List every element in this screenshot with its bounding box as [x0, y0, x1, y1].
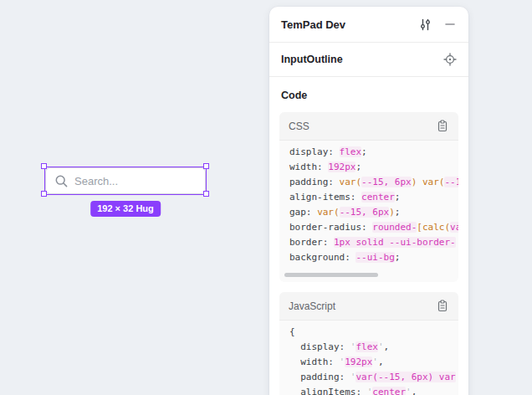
selection-handle-bottom-left[interactable] — [41, 191, 47, 197]
selection-outline[interactable] — [44, 167, 207, 195]
css-card-header: CSS — [279, 112, 458, 141]
dimension-badge: 192 × 32 Hug — [90, 201, 161, 217]
selection-handle-top-right[interactable] — [203, 163, 209, 169]
panel-title: TemPad Dev — [281, 18, 418, 31]
minus-icon[interactable] — [443, 18, 457, 31]
horizontal-scrollbar[interactable] — [284, 273, 378, 277]
css-card-label: CSS — [289, 121, 436, 132]
crosshair-target-icon[interactable] — [443, 53, 457, 66]
selected-object-name: InputOutline — [281, 54, 443, 65]
clipboard-icon[interactable] — [436, 120, 449, 133]
javascript-code-body[interactable]: { display: 'flex', width: '192px', paddi… — [279, 321, 458, 395]
selected-object-row: InputOutline — [269, 43, 468, 76]
selection-handle-bottom-right[interactable] — [203, 191, 209, 197]
selection-handle-top-left[interactable] — [41, 163, 47, 169]
clipboard-icon[interactable] — [436, 300, 449, 313]
sliders-icon[interactable] — [418, 18, 432, 31]
code-section-label: Code — [269, 77, 468, 112]
javascript-code-card: JavaScript { display: 'flex', width: '19… — [279, 292, 458, 395]
javascript-card-label: JavaScript — [289, 300, 436, 312]
css-code-body[interactable]: display: flex;width: 192px;padding: var(… — [279, 141, 458, 282]
javascript-card-header: JavaScript — [279, 292, 458, 321]
tempad-dev-panel: TemPad Dev InputOutline — [269, 7, 468, 395]
css-code-card: CSS display: flex;width: 192px;padding: … — [279, 112, 458, 282]
panel-header: TemPad Dev — [269, 7, 468, 42]
